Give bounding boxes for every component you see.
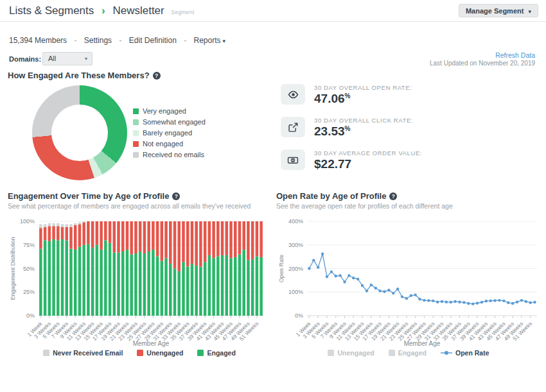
data-point	[533, 301, 536, 303]
edit-definition-link[interactable]: Edit Definition	[129, 36, 177, 45]
legend-item[interactable]: Not engaged	[133, 140, 206, 148]
data-point	[507, 302, 509, 304]
svg-text:0%: 0%	[295, 312, 303, 319]
legend-item[interactable]: Never Received Email	[43, 349, 123, 357]
svg-text:Open Rate: Open Rate	[278, 255, 285, 283]
legend-label: Never Received Email	[53, 349, 123, 357]
bar-segment	[251, 221, 254, 259]
bar-chart-subtitle: See what percentage of members are engag…	[8, 202, 271, 210]
reports-menu[interactable]: Reports▾	[194, 36, 226, 45]
data-point	[502, 300, 505, 302]
bar-segment	[229, 221, 233, 258]
refresh-data-link[interactable]: Refresh Data	[495, 51, 535, 59]
reports-label: Reports	[194, 36, 221, 45]
bar-segment	[173, 221, 177, 269]
open-rate-line-chart[interactable]: 0%100%200%300%400%1 Week3 Weeks5 Weeks7 …	[276, 212, 541, 350]
engagement-title-text: How Engaged Are These Members?	[8, 71, 150, 80]
legend-label: Engaged	[207, 349, 235, 357]
data-point	[335, 275, 337, 277]
help-icon[interactable]: ?	[153, 72, 161, 80]
line-chart-title: Open Rate by Age of Profile?	[276, 191, 541, 201]
donut-hole	[51, 105, 108, 161]
bar-segment	[134, 221, 137, 253]
data-point	[458, 300, 461, 303]
bar-segment	[66, 227, 69, 241]
bar-segment	[186, 221, 189, 267]
breadcrumb-lists-segments-link[interactable]: Lists & Segments	[9, 4, 94, 17]
help-icon[interactable]: ?	[172, 192, 180, 200]
data-point	[374, 287, 377, 289]
bar-segment	[216, 256, 220, 316]
bar-segment	[182, 262, 185, 316]
legend-swatch	[197, 350, 204, 356]
segment-dashboard: Lists & Segments › Newsletter Segment Ma…	[0, 0, 546, 392]
bar-segment	[48, 241, 51, 316]
engagement-over-time-section: Engagement Over Time by Age of Profile? …	[8, 191, 271, 371]
domains-select[interactable]: All ▾	[42, 52, 92, 65]
bar-segment	[126, 250, 129, 316]
bar-segment	[247, 260, 250, 316]
bar-segment	[134, 253, 137, 316]
legend-label: Somewhat engaged	[143, 118, 206, 126]
bar-segment	[91, 248, 94, 316]
order-value-stat: $ 30 DAY AVERAGE ORDER VALUE: $22.77	[281, 149, 422, 171]
data-point	[529, 302, 531, 304]
bar-segment	[143, 221, 146, 253]
bar-segment	[195, 221, 198, 266]
manage-segment-button[interactable]: Manage Segment ▾	[459, 4, 538, 17]
bar-segment	[204, 221, 207, 262]
legend-item[interactable]: Received no emails	[133, 151, 206, 158]
bar-segment	[57, 240, 60, 316]
legend-item[interactable]: Open Rate	[441, 349, 489, 357]
data-point	[383, 290, 385, 293]
stat-value: 47.06%	[314, 92, 412, 106]
data-point	[511, 302, 514, 305]
data-point	[343, 280, 346, 283]
separator: -	[184, 36, 186, 45]
legend-item[interactable]: Barely engaged	[133, 129, 206, 137]
help-icon[interactable]: ?	[389, 192, 397, 200]
legend-item[interactable]: Somewhat engaged	[133, 118, 206, 126]
svg-text:100%: 100%	[288, 289, 303, 295]
page-title: Newsletter	[112, 4, 164, 17]
bar-segment	[161, 221, 164, 261]
legend-label: Engaged	[398, 349, 427, 357]
separator: -	[74, 36, 76, 45]
bar-segment	[178, 271, 181, 316]
svg-text:300%: 300%	[288, 242, 303, 248]
bar-segment	[139, 251, 142, 316]
bar-segment	[104, 240, 107, 316]
bar-segment	[109, 243, 112, 316]
data-point	[436, 300, 439, 303]
data-point	[480, 301, 483, 303]
legend-item[interactable]: Engaged	[389, 349, 427, 357]
money-bill-icon: $	[281, 149, 305, 170]
bar-segment	[69, 249, 73, 316]
data-point	[308, 267, 310, 269]
data-point	[361, 284, 364, 287]
svg-text:200%: 200%	[288, 266, 303, 272]
data-point	[445, 300, 448, 303]
legend-item[interactable]: Engaged	[197, 349, 235, 357]
data-point	[357, 278, 359, 280]
data-point	[441, 300, 443, 303]
bar-segment	[152, 221, 155, 250]
bar-segment	[234, 221, 237, 257]
open-rate-stat: 30 DAY OVERALL OPEN RATE: 47.06%	[281, 84, 422, 106]
bar-segment	[251, 259, 254, 316]
legend-item[interactable]: Unengaged	[328, 349, 374, 357]
bar-segment	[113, 253, 116, 316]
bar-segment	[256, 221, 259, 256]
open-rate-section: Open Rate by Age of Profile? See the ave…	[276, 191, 541, 371]
bar-segment	[161, 261, 164, 316]
legend-item[interactable]: Very engaged	[133, 107, 206, 115]
data-point	[423, 299, 425, 302]
bar-segment	[238, 221, 242, 254]
svg-text:400%: 400%	[288, 218, 303, 225]
engagement-bar-chart[interactable]: 0%25%50%75%100%1 Week3 Weeks5 Weeks7 Wee…	[8, 212, 271, 350]
engagement-donut-chart[interactable]	[32, 85, 127, 180]
settings-link[interactable]: Settings	[84, 36, 112, 45]
bar-segment	[178, 221, 181, 271]
legend-label: Received no emails	[143, 151, 204, 158]
legend-item[interactable]: Unengaged	[137, 349, 183, 357]
